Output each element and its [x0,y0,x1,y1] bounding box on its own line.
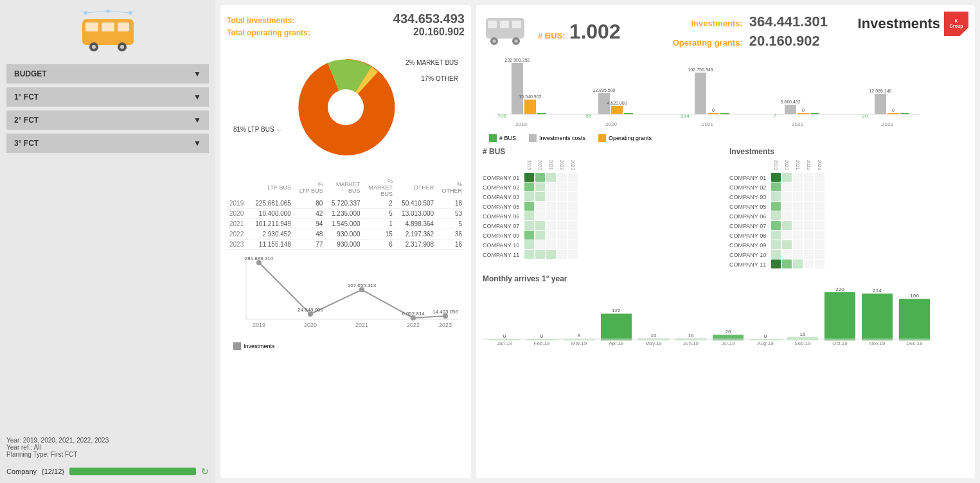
heatmap-cell [815,211,824,220]
heatmap-cell [568,240,578,249]
heatmap-cell [568,202,578,211]
heatmap-company-label: COMPANY 06 [483,211,522,221]
heatmap-cell [557,211,567,220]
svg-rect-41 [524,100,536,114]
heatmap-cell [771,259,781,268]
refresh-icon[interactable]: ↻ [201,466,209,477]
heatmap-cell [771,173,781,182]
heatmap-cell [546,192,556,201]
chevron-down-icon: ▼ [193,69,201,78]
svg-text:2019: 2019 [253,322,265,328]
svg-line-12 [108,11,130,13]
heatmap-cell [546,182,556,191]
svg-text:7: 7 [774,113,777,119]
svg-text:Sep.19: Sep.19 [794,340,811,346]
heatmap-cell [804,231,814,240]
heatmap-cell [535,182,545,191]
svg-text:12.835.500: 12.835.500 [592,88,615,92]
heatmap-cell [568,231,578,240]
svg-text:20: 20 [862,113,868,119]
svg-text:0: 0 [764,333,767,339]
heatmap-cell [524,221,534,230]
svg-text:2020: 2020 [304,322,317,328]
heatmap-cell [535,192,545,201]
heatmap-cell [524,211,534,220]
budget-dropdown[interactable]: BUDGET ▼ [6,64,209,83]
table-row: 20222.930.45248930.000152.197.36236 [227,229,465,240]
svg-line-11 [85,11,108,13]
svg-text:102.756.949: 102.756.949 [688,67,713,72]
heatmap-cell [782,231,792,240]
svg-text:281.889.310: 281.889.310 [245,256,274,261]
fct2-dropdown[interactable]: 2° FCT ▼ [6,110,209,130]
svg-rect-2 [102,22,114,31]
heatmap-company-label: COMPANY 06 [729,211,769,221]
heatmap-cell [782,240,792,249]
heatmap-company-label: COMPANY 02 [729,182,769,192]
heatmap-cell [782,192,792,201]
heatmap-cell [815,259,824,268]
total-grants-row: Total operating grants: 20.160.902 [227,26,465,38]
inv-company-labels: COMPANY 01COMPANY 02COMPANY 03COMPANY 05… [729,159,769,269]
svg-text:26: 26 [726,329,731,335]
monthly-bar [713,335,744,340]
svg-text:10: 10 [651,333,657,338]
heatmap-cell [804,221,814,230]
heatmap-cell [793,182,803,191]
heatmap-cell [771,250,781,259]
svg-text:10: 10 [688,333,694,338]
heatmap-company-label: COMPANY 10 [483,240,522,250]
svg-text:Jan.19: Jan.19 [497,340,513,346]
svg-text:220: 220 [835,286,844,292]
fct3-dropdown[interactable]: 3° FCT ▼ [6,134,209,153]
heatmap-cell [535,173,545,182]
heatmap-company-label: COMPANY 09 [729,240,769,250]
heatmap-cell [793,221,803,230]
heatmap-cell [557,250,567,259]
svg-rect-39 [512,63,523,114]
heatmap-company-label: COMPANY 03 [483,192,522,202]
legend-bus-box [489,134,497,142]
heatmap-cell [804,240,814,249]
heatmap-cell [793,240,803,249]
heatmap-cell [568,192,578,201]
heatmap-cell [568,173,578,182]
svg-text:16: 16 [800,331,806,337]
bar-chart-svg: 232.903.252 15.540.902 706 2019 12.835.5… [483,57,926,130]
heatmap-cell [804,173,814,182]
svg-text:Dec.19: Dec.19 [906,340,923,346]
heatmap-cell [793,173,803,182]
heatmap-cell [793,192,803,201]
brand-title: Investments [858,15,940,32]
heatmap-cell [815,221,824,230]
sidebar-footer: Year: 2019, 2020, 2021, 2022, 2023 Year … [6,434,209,461]
svg-rect-32 [488,21,497,28]
heatmap-cell [771,182,781,191]
heatmap-company-label: COMPANY 02 [483,182,522,192]
heatmap-cell [535,240,545,249]
heatmap-cell [557,192,567,201]
heatmap-cell [793,202,803,211]
heatmap-cell [771,202,781,211]
heatmap-cell [535,211,545,220]
heatmap-cell [815,231,824,240]
fct1-dropdown[interactable]: 1° FCT ▼ [6,87,209,107]
monthly-chart: 0Jan.190Feb.198Mar.19122Apr.1910May.1910… [483,286,968,348]
svg-rect-60 [785,105,796,114]
svg-text:Apr.19: Apr.19 [609,340,624,346]
monthly-bar [862,294,893,340]
legend-investments-box [233,342,241,350]
svg-text:2021: 2021 [702,121,713,127]
svg-text:0: 0 [802,108,805,112]
monthly-title: Monthly arrives 1° year [483,274,968,283]
svg-rect-34 [512,21,521,28]
bus-count-stat: # BUS: 1.002 [538,20,621,44]
svg-rect-67 [875,94,886,114]
svg-text:0: 0 [892,108,895,112]
svg-rect-53 [695,73,706,114]
heatmap-company-label: COMPANY 07 [483,221,522,231]
heatmap-cell [568,250,578,259]
svg-text:Jul.19: Jul.19 [721,340,735,346]
table-row: 202010.400.000421.235.000513.013.00053 [227,209,465,219]
heatmap-cell [815,250,824,259]
